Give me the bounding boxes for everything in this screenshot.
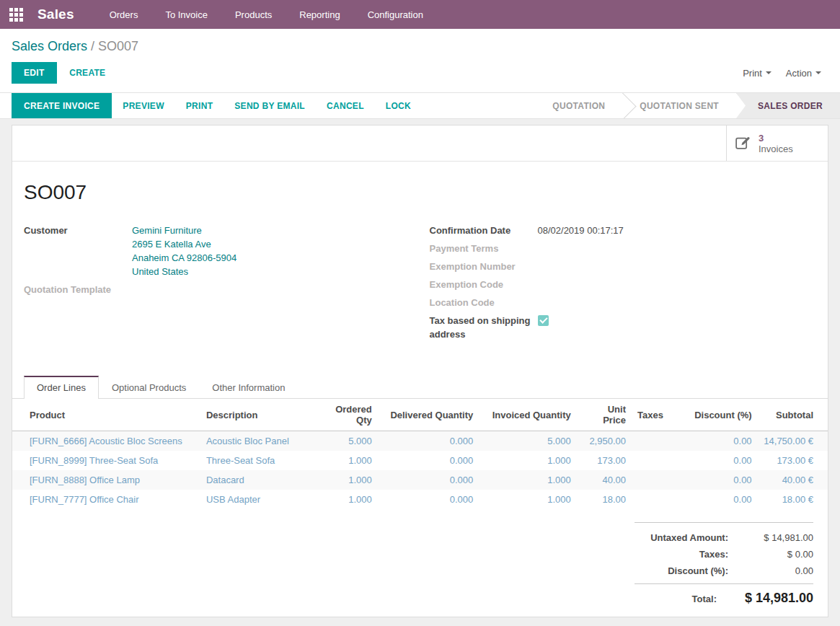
order-lines-table: ProductDescriptionOrdered QtyDelivered Q… <box>12 399 828 509</box>
cell-description[interactable]: Three-Seat Sofa <box>200 451 313 470</box>
cell-taxes[interactable] <box>632 470 676 490</box>
customer-label: Customer <box>24 224 132 278</box>
total-row-taxes: Taxes:$ 0.00 <box>635 546 813 563</box>
nav-item-products[interactable]: Products <box>221 0 286 29</box>
nav-item-orders[interactable]: Orders <box>96 0 152 29</box>
cell-product[interactable]: [FURN_7777] Office Chair <box>12 490 200 509</box>
state-quotation[interactable]: QUOTATION <box>535 93 622 118</box>
nav-item-configuration[interactable]: Configuration <box>354 0 437 29</box>
send-by-email-button[interactable]: SEND BY EMAIL <box>224 93 316 118</box>
cell-product[interactable]: [FURN_8888] Office Lamp <box>12 470 200 490</box>
cell-delivered_qty[interactable]: 0.000 <box>378 431 479 451</box>
cell-subtotal[interactable]: 173.00 € <box>758 451 828 470</box>
breadcrumb-parent-link[interactable]: Sales Orders <box>12 39 87 53</box>
column-header-discount: Discount (%) <box>676 399 757 431</box>
tax-based-on-shipping-address-checkbox[interactable] <box>538 315 549 326</box>
cell-description[interactable]: Acoustic Bloc Panel <box>200 431 313 451</box>
cell-ordered_qty[interactable]: 1.000 <box>312 470 377 490</box>
table-row[interactable]: [FURN_8999] Three-Seat SofaThree-Seat So… <box>12 451 828 470</box>
tab-other-information[interactable]: Other Information <box>199 376 298 399</box>
cell-description[interactable]: USB Adapter <box>200 490 313 509</box>
breadcrumb-separator: / <box>91 39 98 53</box>
top-navbar: Sales OrdersTo InvoiceProductsReportingC… <box>0 0 840 29</box>
create-invoice-button[interactable]: CREATE INVOICE <box>12 93 112 118</box>
cell-ordered_qty[interactable]: 5.000 <box>312 431 377 451</box>
cell-invoiced_qty[interactable]: 5.000 <box>479 431 576 451</box>
column-header-invoiced-quantity: Invoiced Quantity <box>479 399 576 431</box>
customer-address-line[interactable]: United States <box>132 265 236 278</box>
table-row[interactable]: [FURN_8888] Office LampDatacard1.0000.00… <box>12 470 828 490</box>
cell-subtotal[interactable]: 18.00 € <box>758 490 828 509</box>
nav-item-to-invoice[interactable]: To Invoice <box>151 0 221 29</box>
column-header-description: Description <box>200 399 313 431</box>
discount-value: 0.00 <box>738 565 813 576</box>
state-sales-order[interactable]: SALES ORDER <box>736 93 840 118</box>
tab-optional-products[interactable]: Optional Products <box>99 376 199 399</box>
lock-button[interactable]: LOCK <box>375 93 422 118</box>
cell-delivered_qty[interactable]: 0.000 <box>378 470 479 490</box>
field-row-exemption-number: Exemption Number <box>430 260 817 273</box>
cell-product[interactable]: [FURN_6666] Acoustic Bloc Screens <box>12 431 200 451</box>
pencil-square-icon <box>734 134 752 152</box>
cell-description[interactable]: Datacard <box>200 470 313 490</box>
customer-name-link[interactable]: Gemini Furniture <box>132 224 236 237</box>
cell-product[interactable]: [FURN_8999] Three-Seat Sofa <box>12 451 200 470</box>
exemption-code-label: Exemption Code <box>430 278 538 291</box>
customer-address-line[interactable]: 2695 E Katella Ave <box>132 237 236 251</box>
nav-item-reporting[interactable]: Reporting <box>286 0 353 29</box>
edit-button[interactable]: EDIT <box>12 62 57 84</box>
preview-button[interactable]: PREVIEW <box>112 93 174 118</box>
cell-unit_price[interactable]: 173.00 <box>577 451 632 470</box>
total-row-discount: Discount (%):0.00 <box>635 563 813 579</box>
invoices-smart-button[interactable]: 3 Invoices <box>726 125 828 161</box>
cell-discount[interactable]: 0.00 <box>676 490 757 509</box>
cell-discount[interactable]: 0.00 <box>676 470 757 490</box>
form-sheet: 3 Invoices SO007 Customer Gemini Furnitu… <box>12 125 828 617</box>
statusbar-buttons: CREATE INVOICEPREVIEWPRINTSEND BY EMAILC… <box>0 93 422 118</box>
cell-discount[interactable]: 0.00 <box>676 431 757 451</box>
cell-taxes[interactable] <box>632 490 676 509</box>
total-row-total: Total:$ 14,981.00 <box>635 583 813 609</box>
action-dropdown-button[interactable]: Action <box>779 63 828 83</box>
cell-discount[interactable]: 0.00 <box>676 451 757 470</box>
print-dropdown-button[interactable]: Print <box>735 63 779 83</box>
cell-invoiced_qty[interactable]: 1.000 <box>479 490 576 509</box>
exemption-number-label: Exemption Number <box>430 260 538 273</box>
action-buttons-row: EDIT CREATE Print Action <box>0 61 840 92</box>
cell-subtotal[interactable]: 40.00 € <box>758 470 828 490</box>
tab-order-lines[interactable]: Order Lines <box>24 376 99 399</box>
cell-invoiced_qty[interactable]: 1.000 <box>479 451 576 470</box>
button-box: 3 Invoices <box>12 125 828 162</box>
field-row-confirmation-date: Confirmation Date08/02/2019 00:17:17 <box>430 224 817 237</box>
print-button[interactable]: PRINT <box>175 93 224 118</box>
table-row[interactable]: [FURN_7777] Office ChairUSB Adapter1.000… <box>12 490 828 509</box>
app-name[interactable]: Sales <box>32 6 96 22</box>
cell-subtotal[interactable]: 14,750.00 € <box>758 431 828 451</box>
taxes-label: Taxes: <box>635 549 738 560</box>
cell-taxes[interactable] <box>632 451 676 470</box>
invoices-count: 3 <box>759 133 764 144</box>
cell-ordered_qty[interactable]: 1.000 <box>312 490 377 509</box>
discount-label: Discount (%): <box>635 565 738 576</box>
state-quotation-sent[interactable]: QUOTATION SENT <box>622 93 736 118</box>
statusbar: CREATE INVOICEPREVIEWPRINTSEND BY EMAILC… <box>0 92 840 119</box>
total-label: Total: <box>635 594 727 604</box>
cell-ordered_qty[interactable]: 1.000 <box>312 451 377 470</box>
cell-delivered_qty[interactable]: 0.000 <box>378 490 479 509</box>
cell-unit_price[interactable]: 2,950.00 <box>577 431 632 451</box>
breadcrumb-current: SO007 <box>98 39 138 53</box>
column-header-product: Product <box>12 399 200 431</box>
cell-delivered_qty[interactable]: 0.000 <box>378 451 479 470</box>
field-row-location-code: Location Code <box>430 296 817 309</box>
total-value: $ 14,981.00 <box>727 591 813 606</box>
cell-unit_price[interactable]: 40.00 <box>577 470 632 490</box>
customer-address-line[interactable]: Anaheim CA 92806-5904 <box>132 251 236 265</box>
cell-unit_price[interactable]: 18.00 <box>577 490 632 509</box>
cell-taxes[interactable] <box>632 431 676 451</box>
create-button[interactable]: CREATE <box>59 62 115 84</box>
apps-menu-button[interactable] <box>0 8 32 22</box>
cancel-button[interactable]: CANCEL <box>316 93 375 118</box>
table-header-row: ProductDescriptionOrdered QtyDelivered Q… <box>12 399 828 431</box>
cell-invoiced_qty[interactable]: 1.000 <box>479 470 576 490</box>
table-row[interactable]: [FURN_6666] Acoustic Bloc ScreensAcousti… <box>12 431 828 451</box>
